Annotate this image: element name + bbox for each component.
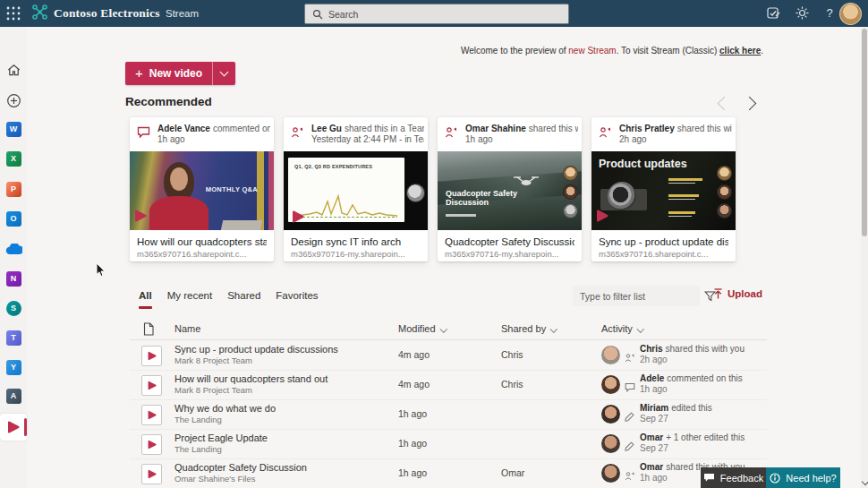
new-video-menu-button[interactable] xyxy=(212,62,235,85)
presenter-avatar xyxy=(406,184,425,202)
info-circle-icon xyxy=(770,473,780,484)
people-share-icon xyxy=(445,125,458,141)
video-site: m365x970716.sharepoint.c... xyxy=(137,249,267,259)
create-icon[interactable] xyxy=(0,87,27,114)
viewer-avatar xyxy=(563,184,578,200)
suite-search xyxy=(304,4,569,24)
mouse-cursor xyxy=(96,262,106,281)
chevron-down-icon xyxy=(439,325,447,332)
column-modified[interactable]: Modified xyxy=(398,323,446,334)
carousel-next-button[interactable] xyxy=(743,97,757,111)
onenote-icon[interactable]: N xyxy=(0,265,27,292)
activity-avatar xyxy=(601,434,620,453)
play-icon[interactable] xyxy=(141,434,162,455)
people-share-icon xyxy=(625,468,635,484)
tab-shared[interactable]: Shared xyxy=(227,290,260,301)
new-video-button[interactable]: +New video xyxy=(125,62,212,85)
scrollbar-thumb[interactable] xyxy=(862,29,867,236)
scroll-down-arrow[interactable] xyxy=(861,478,868,485)
video-thumbnail[interactable]: Quadcopter Safety Discussion xyxy=(438,151,582,230)
viewer-avatar xyxy=(717,166,732,181)
video-thumbnail[interactable]: MONTHLY Q&A xyxy=(130,151,274,230)
column-name[interactable]: Name xyxy=(174,323,200,334)
classic-stream-link[interactable]: click here xyxy=(719,46,761,56)
activity-avatar xyxy=(601,464,620,483)
recommended-card[interactable]: Adele Vancecommented on this 1h ago MONT… xyxy=(130,117,274,261)
app-launcher-icon[interactable] xyxy=(5,5,21,21)
library-tabs: All My recent Shared Favorites xyxy=(139,290,319,301)
search-icon xyxy=(312,9,323,20)
play-icon[interactable] xyxy=(141,346,162,366)
viewer-avatar xyxy=(717,184,732,200)
video-site: m365x970716-my.sharepoin... xyxy=(291,249,421,259)
search-input[interactable] xyxy=(323,9,568,20)
recommended-card[interactable]: Chris Pratleyshared this with you 2h ago… xyxy=(591,117,736,261)
table-row[interactable]: Sync up - product update discussions Mar… xyxy=(130,340,767,371)
word-icon[interactable]: W xyxy=(0,116,27,142)
feedback-button[interactable]: Feedback xyxy=(701,467,766,488)
viewer-avatar xyxy=(563,166,578,181)
people-share-icon xyxy=(291,125,304,141)
play-icon xyxy=(134,210,147,226)
plus-icon: + xyxy=(135,65,143,81)
yammer-icon[interactable]: Y xyxy=(0,354,27,381)
play-icon[interactable] xyxy=(141,405,162,425)
recommended-card[interactable]: Lee Gushared this in a Teams ch... Yeste… xyxy=(284,117,428,261)
powerpoint-icon[interactable]: P xyxy=(0,176,27,202)
video-thumbnail[interactable]: Q1, Q2, Q3 RD EXPENDITURES xyxy=(284,151,428,230)
outlook-icon[interactable]: O xyxy=(0,205,27,232)
row-location: Mark 8 Project Team xyxy=(174,355,252,365)
speech-bubble-icon xyxy=(703,473,715,483)
account-avatar[interactable] xyxy=(839,3,862,25)
filter-input[interactable] xyxy=(573,291,704,302)
admin-icon[interactable]: A xyxy=(0,382,27,409)
document-icon xyxy=(143,322,154,336)
teams-icon[interactable]: T xyxy=(0,324,27,351)
upload-icon xyxy=(713,288,723,299)
row-location: The Landing xyxy=(174,444,222,454)
row-location: Omar Shahine's Files xyxy=(174,474,256,484)
new-video-split-button: +New video xyxy=(125,62,235,85)
pencil-icon xyxy=(625,409,634,425)
column-activity[interactable]: Activity xyxy=(601,323,642,334)
brand-home-link[interactable]: Contoso Electronics xyxy=(32,3,160,24)
table-row[interactable]: How will our quadcopters stand out Mark … xyxy=(130,370,767,400)
table-row[interactable]: Why we do what we do The Landing 1h ago … xyxy=(130,399,767,430)
carousel-prev-button[interactable] xyxy=(718,97,732,111)
tab-my-recent[interactable]: My recent xyxy=(167,290,213,301)
row-location: The Landing xyxy=(174,415,222,424)
table-row[interactable]: Quadcopter Safety Discussion Omar Shahin… xyxy=(130,458,767,488)
tab-all[interactable]: All xyxy=(139,290,152,301)
video-thumbnail[interactable]: Product updates xyxy=(591,151,736,230)
onedrive-icon[interactable] xyxy=(0,235,27,262)
sharepoint-icon[interactable]: S xyxy=(0,295,27,321)
table-row[interactable]: Project Eagle Update The Landing 1h ago … xyxy=(130,429,767,459)
vertical-scrollbar[interactable] xyxy=(861,27,868,488)
filter-box xyxy=(573,286,700,306)
all-apps-icon[interactable] xyxy=(0,484,27,488)
table-header: Name Modified Shared by Activity xyxy=(130,319,767,340)
chevron-down-icon xyxy=(220,68,229,77)
pencil-icon xyxy=(625,439,634,455)
app-rail: W X P O N S T Y A xyxy=(0,27,27,488)
excel-icon[interactable]: X xyxy=(0,145,27,172)
active-indicator xyxy=(24,418,27,436)
upload-button[interactable]: Upload xyxy=(713,288,762,299)
home-icon[interactable] xyxy=(0,56,27,83)
people-share-icon xyxy=(599,125,612,141)
chevron-down-icon xyxy=(637,325,644,332)
settings-gear-icon[interactable] xyxy=(795,5,811,21)
active-tab-indicator xyxy=(139,306,152,309)
play-icon[interactable] xyxy=(141,464,162,484)
column-shared-by[interactable]: Shared by xyxy=(501,323,557,334)
video-title: Sync up - product update discussio... xyxy=(599,236,728,247)
play-icon[interactable] xyxy=(141,375,162,396)
help-icon[interactable]: ? xyxy=(821,5,838,21)
tab-favorites[interactable]: Favorites xyxy=(276,290,318,301)
stream-icon[interactable] xyxy=(0,414,27,441)
row-title: Why we do what we do xyxy=(174,403,276,414)
recommended-card[interactable]: Omar Shahineshared this with y... 1h ago… xyxy=(438,117,582,261)
video-site: m365x970716-my.sharepoin... xyxy=(445,249,574,259)
check-badge-icon[interactable] xyxy=(766,5,782,21)
need-help-button[interactable]: Need help? xyxy=(766,467,840,488)
